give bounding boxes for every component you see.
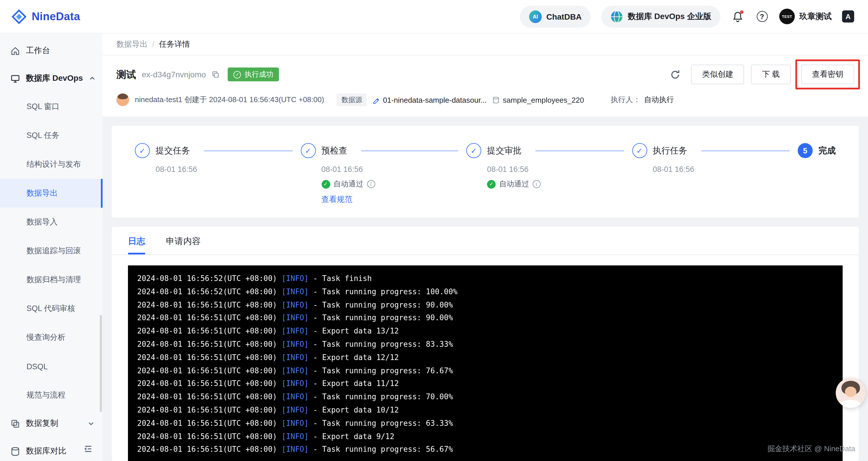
log-time: 2024-08-01 16:56:51(UTC +08:00) bbox=[137, 300, 277, 309]
sidebar-item-data-archive[interactable]: 数据归档与清理 bbox=[0, 265, 102, 294]
sidebar-group-label: 数据库对比 bbox=[26, 446, 66, 456]
step-precheck: ✓ 预检查 08-01 16:56 ✓ 自动通过 i bbox=[301, 143, 466, 205]
log-message: - Task running progress: 76.67% bbox=[313, 366, 453, 375]
sidebar-item-sql-task[interactable]: SQL 任务 bbox=[0, 121, 102, 150]
sidebar-item-data-import[interactable]: 数据导入 bbox=[0, 208, 102, 236]
executor: 执行人： 自动执行 bbox=[611, 95, 674, 105]
log-time: 2024-08-01 16:56:51(UTC +08:00) bbox=[137, 353, 277, 362]
sidebar-item-sql-window[interactable]: SQL 窗口 bbox=[0, 92, 102, 121]
sidebar-scrollbar[interactable] bbox=[100, 315, 102, 412]
log-message: - Task running progress: 90.00% bbox=[313, 314, 453, 322]
log-time: 2024-08-01 16:56:51(UTC +08:00) bbox=[137, 366, 277, 375]
log-message: - Export data 13/12 bbox=[313, 326, 399, 335]
log-line: 2024-08-01 16:56:51(UTC +08:00) [INFO] -… bbox=[137, 338, 843, 351]
view-spec-link[interactable]: 查看规范 bbox=[321, 195, 352, 205]
log-level: [INFO] bbox=[282, 392, 309, 401]
log-level: [INFO] bbox=[282, 274, 309, 283]
log-message: - Export data 10/12 bbox=[313, 406, 399, 414]
creator-line: ninedata-test1 创建于 2024-08-01 16:56:43(U… bbox=[135, 95, 324, 105]
ninedata-logo-icon bbox=[11, 9, 27, 24]
refresh-icon bbox=[670, 69, 680, 80]
datasource-icon bbox=[373, 96, 380, 104]
log-level: [INFO] bbox=[282, 340, 309, 348]
tab-request-content[interactable]: 申请内容 bbox=[166, 236, 200, 255]
step-finish: 5 完成 bbox=[798, 143, 836, 158]
page-header: 数据导出 / 任务详情 测试 ex-d34g7nvnjomo bbox=[102, 33, 868, 117]
sidebar-item-schema-design[interactable]: 结构设计与发布 bbox=[0, 150, 102, 179]
auto-pass-text: 自动通过 bbox=[499, 179, 529, 189]
log-console[interactable]: 2024-08-01 16:56:52(UTC +08:00) [INFO] -… bbox=[128, 265, 843, 461]
help-button[interactable]: ? bbox=[755, 9, 769, 23]
log-line: 2024-08-01 16:56:51(UTC +08:00) [INFO] -… bbox=[137, 430, 843, 443]
assistant-avatar[interactable] bbox=[836, 378, 866, 408]
log-message: - Task running progress: 83.33% bbox=[313, 340, 453, 348]
notification-bell-icon[interactable] bbox=[731, 9, 745, 23]
log-line: 2024-08-01 16:56:51(UTC +08:00) [INFO] -… bbox=[137, 298, 843, 312]
breadcrumb-current: 任务详情 bbox=[159, 39, 190, 49]
sidebar-item-workbench[interactable]: 工作台 bbox=[0, 37, 102, 65]
sidebar-item-slow-query[interactable]: 慢查询分析 bbox=[0, 323, 102, 352]
step-label: 执行任务 bbox=[653, 145, 687, 156]
similar-create-button[interactable]: 类似创建 bbox=[691, 65, 744, 84]
creator-avatar bbox=[117, 93, 129, 106]
topbar-right: AI ChatDBA 数据库 DevOps 企业版 bbox=[520, 5, 854, 27]
sidebar-group-data-replication[interactable]: 数据复制 bbox=[0, 410, 102, 437]
log-time: 2024-08-01 16:56:51(UTC +08:00) bbox=[137, 326, 277, 335]
breadcrumb: 数据导出 / 任务详情 bbox=[102, 33, 868, 55]
log-message: - Task finish bbox=[313, 274, 372, 283]
view-key-button[interactable]: 查看密钥 bbox=[801, 65, 854, 84]
monitor-icon bbox=[10, 74, 20, 83]
tabs: 日志 申请内容 bbox=[112, 227, 859, 255]
chevron-up-icon bbox=[89, 75, 96, 82]
step-connector bbox=[701, 150, 789, 151]
log-message: - Task running progress: 63.33% bbox=[313, 419, 453, 428]
database-name[interactable]: sample_employees_220 bbox=[493, 95, 584, 104]
chatdba-button[interactable]: AI ChatDBA bbox=[520, 5, 591, 27]
step-check-icon: ✓ bbox=[135, 143, 150, 158]
copy-task-id-button[interactable] bbox=[212, 70, 220, 79]
brand[interactable]: NineData bbox=[11, 9, 80, 24]
user-menu[interactable]: TEST 玖章测试 bbox=[779, 9, 832, 24]
info-icon[interactable]: i bbox=[367, 180, 375, 188]
status-text: 执行成功 bbox=[245, 69, 274, 79]
user-name: 玖章测试 bbox=[799, 11, 832, 22]
sidebar-item-spec-flow[interactable]: 规范与流程 bbox=[0, 381, 102, 410]
step-submit-task: ✓ 提交任务 08-01 16:56 bbox=[135, 143, 301, 174]
sidebar-item-dsql[interactable]: DSQL bbox=[0, 352, 102, 381]
task-title-group: 测试 ex-d34g7nvnjomo ✓ 执行成功 bbox=[117, 67, 279, 81]
breadcrumb-parent[interactable]: 数据导出 bbox=[117, 39, 148, 49]
executor-label: 执行人： bbox=[611, 95, 641, 105]
task-meta-row: ninedata-test1 创建于 2024-08-01 16:56:43(U… bbox=[117, 93, 854, 106]
sidebar-item-data-track-rollback[interactable]: 数据追踪与回滚 bbox=[0, 236, 102, 265]
view-key-annotation: 查看密钥 bbox=[801, 65, 854, 84]
sidebar-group-devops[interactable]: 数据库 DevOps bbox=[0, 65, 102, 92]
step-check-icon: ✓ bbox=[466, 143, 481, 158]
log-time: 2024-08-01 16:56:51(UTC +08:00) bbox=[137, 406, 277, 414]
translate-icon[interactable]: A bbox=[842, 10, 854, 23]
tab-log[interactable]: 日志 bbox=[128, 236, 145, 255]
sidebar-item-data-export[interactable]: 数据导出 bbox=[0, 179, 102, 208]
replication-icon bbox=[10, 419, 20, 428]
step-label: 提交审批 bbox=[487, 145, 522, 156]
app-root: NineData AI ChatDBA 数据库 DevOps 企业版 bbox=[0, 0, 868, 461]
ai-icon: AI bbox=[529, 10, 542, 23]
check-glyph: ✓ bbox=[139, 146, 146, 155]
step-label: 完成 bbox=[818, 145, 836, 156]
info-icon[interactable]: i bbox=[532, 180, 540, 188]
sidebar-item-sql-review[interactable]: SQL 代码审核 bbox=[0, 294, 102, 323]
edition-button[interactable]: 数据库 DevOps 企业版 bbox=[601, 5, 720, 27]
download-button[interactable]: 下 载 bbox=[751, 65, 791, 84]
log-time: 2024-08-01 16:56:51(UTC +08:00) bbox=[137, 445, 277, 454]
refresh-button[interactable] bbox=[666, 65, 684, 84]
sidebar-group-label: 数据库 DevOps bbox=[26, 73, 83, 84]
auto-pass-text: 自动通过 bbox=[334, 179, 363, 189]
log-card: 日志 申请内容 2024-08-01 16:56:52(UTC +08:00) … bbox=[112, 227, 859, 461]
datasource-tag: 数据源 bbox=[337, 93, 367, 106]
step-time: 08-01 16:56 bbox=[321, 165, 363, 174]
datasource-name-text: 01-ninedata-sample-datasour... bbox=[383, 95, 487, 104]
collapse-sidebar-button[interactable] bbox=[80, 440, 97, 458]
datasource-name[interactable]: 01-ninedata-sample-datasour... bbox=[373, 95, 487, 104]
executor-value: 自动执行 bbox=[644, 95, 674, 105]
database-small-icon bbox=[493, 96, 500, 104]
log-line: 2024-08-01 16:56:52(UTC +08:00) [INFO] -… bbox=[137, 272, 843, 286]
